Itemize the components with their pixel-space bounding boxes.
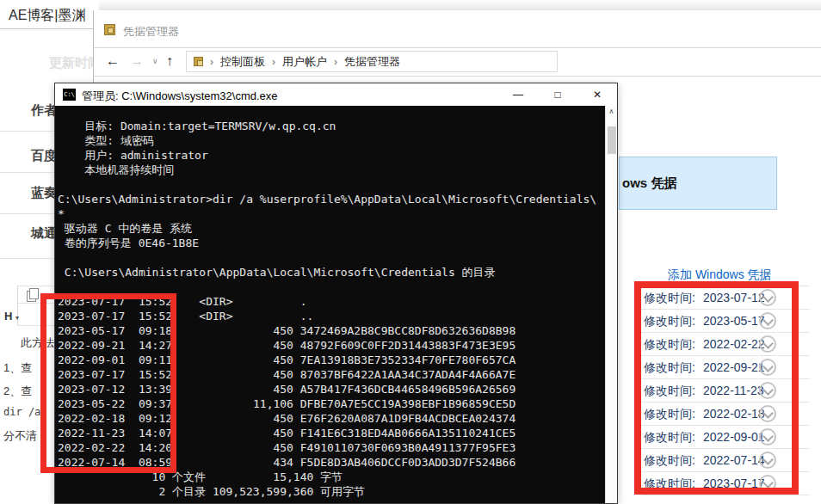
scrollbar-thumb[interactable] [608,126,616,154]
annotation-rectangle-credential-dates [634,281,799,495]
browser-tab-title[interactable]: AE博客|墨渊 [9,7,86,25]
cmd-icon: C:\ [63,89,76,101]
article-code-fragment: dir /a [3,406,40,418]
breadcrumb-separator-icon: › [210,56,213,68]
breadcrumb-item-user-accounts[interactable]: 用户帐户 [282,54,327,70]
breadcrumb-separator-icon: › [334,56,337,68]
back-button[interactable]: ← [106,53,120,69]
divider [0,213,54,214]
cmd-window-title: 管理员: C:\Windows\system32\cmd.exe [82,89,278,104]
blog-row-baidu: 百度 [31,148,57,164]
section-header-text: ows 凭据 [622,175,676,192]
chevron-down-icon: ▾ [15,314,19,322]
up-button[interactable]: ↑ [166,53,173,69]
divider [0,172,54,173]
forward-button[interactable]: → [130,53,144,69]
maximize-button[interactable]: □ [538,83,577,106]
article-fragment: 分不清 [3,428,37,444]
window-title: 凭据管理器 [123,24,179,40]
scrollbar[interactable]: ∧ [605,106,617,503]
address-icon [194,57,203,66]
navigation-bar: ← → ∨ ↑ › 控制面板 › 用户帐户 › 凭据管理器 [94,47,821,77]
breadcrumb[interactable]: › 控制面板 › 用户帐户 › 凭据管理器 [186,51,558,72]
windows-credentials-section-header: ows 凭据 [619,157,777,210]
minimize-button[interactable]: — [498,83,538,106]
breadcrumb-item-credential-manager[interactable]: 凭据管理器 [344,54,400,70]
annotation-rectangle-cmd-dates [40,293,176,473]
tab-underline [0,28,95,29]
credential-manager-icon [104,24,115,35]
heading-dropdown[interactable]: H ▾ [4,310,19,323]
blog-row-chengtong: 城通 [31,225,57,242]
close-button[interactable]: ✕ [577,83,617,106]
divider [0,131,54,132]
scroll-up-icon[interactable]: ∧ [606,108,617,115]
breadcrumb-separator-icon: › [272,56,275,68]
copy-icon[interactable] [27,291,36,302]
blog-row-lanzou: 蓝奏 [31,185,57,201]
cmd-titlebar[interactable]: C:\ 管理员: C:\Windows\system32\cmd.exe — □… [55,83,617,106]
recent-pages-dropdown[interactable]: ∨ [152,57,158,65]
heading-dropdown-label: H [4,310,12,323]
divider [0,258,54,259]
divider [17,286,54,286]
blog-row-author: 作者 [31,102,57,119]
article-fragment: 1、查 [3,360,32,376]
article-fragment: 2、查 [3,384,32,399]
breadcrumb-item-control-panel[interactable]: 控制面板 [220,54,265,70]
